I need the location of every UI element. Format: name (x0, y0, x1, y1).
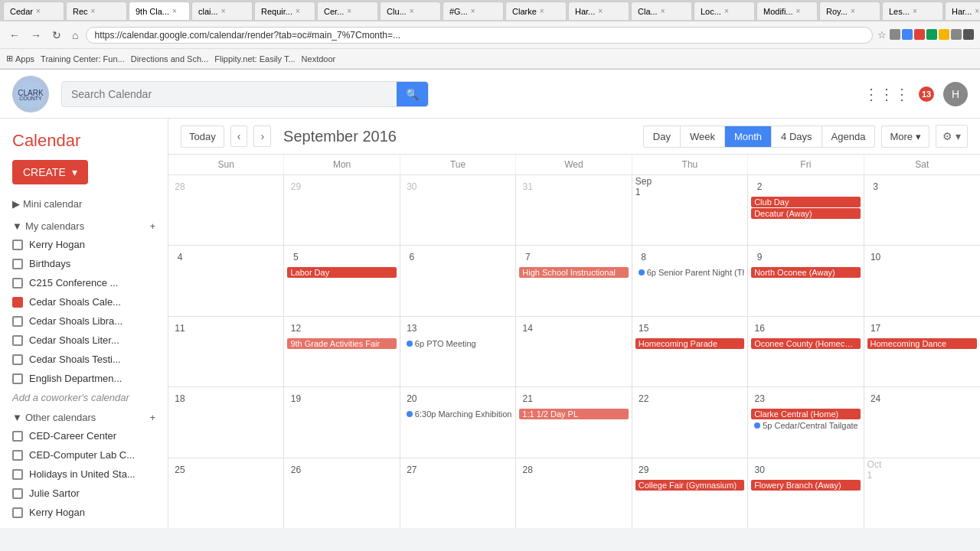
calendar-checkbox[interactable] (12, 488, 23, 499)
bookmark-apps[interactable]: ⊞ Apps (6, 54, 34, 64)
view-4days-button[interactable]: 4 Days (772, 126, 822, 147)
view-day-button[interactable]: Day (644, 126, 681, 147)
tab-rec[interactable]: Rec× (66, 2, 127, 20)
calendar-day-cell[interactable]: 15Homecoming Parade (632, 317, 748, 386)
calendar-day-cell[interactable]: 6 (400, 246, 516, 315)
tab-har2[interactable]: Har...× (945, 2, 980, 20)
calendar-day-cell[interactable]: 16Oconee County (Homecon... (748, 317, 864, 386)
calendar-checkbox[interactable] (12, 469, 23, 480)
calendar-checkbox[interactable] (12, 354, 23, 365)
calendar-event[interactable]: Homecoming Dance (867, 338, 977, 349)
view-month-button[interactable]: Month (725, 126, 772, 147)
calendar-day-cell[interactable]: 31 (516, 175, 632, 245)
calendar-event[interactable]: 9th Grade Activities Fair (287, 338, 396, 349)
bookmark-flippity[interactable]: Flippity.net: Easily T... (214, 54, 295, 64)
calendar-day-cell[interactable]: Sep 1 (632, 175, 748, 245)
calendar-event[interactable]: High School Instructional (519, 267, 628, 278)
mini-calendar-toggle[interactable]: ▶ Mini calendar (0, 197, 168, 216)
calendar-checkbox[interactable] (12, 507, 23, 518)
tab-cla-active[interactable]: 9th Cla...× (129, 2, 190, 20)
my-calendars-header[interactable]: ▼ My calendars + (0, 216, 168, 235)
view-week-button[interactable]: Week (681, 126, 725, 147)
calendar-event[interactable]: College Fair (Gymnasium) (635, 480, 744, 491)
more-button[interactable]: More ▾ (881, 126, 929, 148)
calendar-event[interactable]: Oconee County (Homecon... (751, 338, 860, 349)
calendar-day-cell[interactable]: 23Clarke Central (Home)5p Cedar/Central … (748, 387, 864, 457)
calendar-event[interactable]: 6:30p Marching Exhibition (403, 409, 512, 419)
calendar-day-cell[interactable]: 86p Senior Parent Night (The... (632, 246, 748, 315)
tab-clu[interactable]: Clu...× (380, 2, 441, 20)
next-button[interactable]: › (253, 126, 271, 147)
calendar-day-cell[interactable]: 211:1 1/2 Day PL (516, 387, 632, 457)
calendar-event[interactable]: Decatur (Away) (751, 208, 860, 219)
grid-icon[interactable]: ⋮⋮⋮ (864, 85, 910, 103)
sidebar-item-my-cal[interactable]: Cedar Shoals Testi... (0, 350, 168, 369)
calendar-event[interactable]: Flowery Branch (Away) (751, 480, 860, 491)
calendar-day-cell[interactable]: 11 (168, 317, 284, 386)
tab-cer[interactable]: Cer...× (317, 2, 378, 20)
calendar-day-cell[interactable]: 3 (864, 175, 980, 245)
sidebar-item-my-cal[interactable]: C215 Conference ... (0, 273, 168, 292)
star-icon[interactable]: ☆ (877, 29, 887, 41)
calendar-day-cell[interactable]: 2Club DayDecatur (Away) (748, 175, 864, 245)
back-button[interactable]: ← (6, 28, 23, 43)
tab-requir[interactable]: Requir...× (254, 2, 315, 20)
calendar-checkbox[interactable] (12, 450, 23, 461)
tab-har[interactable]: Har...× (568, 2, 629, 20)
tab-cedar[interactable]: Cedar× (3, 2, 64, 20)
calendar-checkbox[interactable] (12, 373, 23, 384)
add-my-calendar-icon[interactable]: + (149, 220, 155, 232)
calendar-day-cell[interactable]: Oct 1 (864, 458, 980, 528)
calendar-day-cell[interactable]: 18 (168, 387, 284, 457)
calendar-day-cell[interactable]: 29 (284, 175, 400, 245)
today-button[interactable]: Today (181, 126, 224, 148)
tab-g[interactable]: #G...× (443, 2, 504, 20)
calendar-checkbox[interactable] (12, 316, 23, 327)
calendar-checkbox[interactable] (12, 259, 23, 269)
calendar-day-cell[interactable]: 10 (864, 246, 980, 315)
calendar-day-cell[interactable]: 27 (400, 458, 516, 528)
calendar-day-cell[interactable]: 25 (168, 458, 284, 528)
calendar-event[interactable]: Clarke Central (Home) (751, 409, 860, 419)
sidebar-item-other-cal[interactable]: CED-Computer Lab C... (0, 445, 168, 465)
prev-button[interactable]: ‹ (230, 126, 248, 147)
address-bar[interactable] (86, 27, 873, 44)
sidebar-item-my-cal[interactable]: Cedar Shoals Libra... (0, 311, 168, 331)
view-agenda-button[interactable]: Agenda (822, 126, 875, 147)
other-calendars-header[interactable]: ▼ Other calendars + (0, 407, 168, 426)
bookmark-nextdoor[interactable]: Nextdoor (302, 54, 336, 64)
bookmark-directions[interactable]: Directions and Sch... (131, 54, 209, 64)
sidebar-item-other-cal[interactable]: Julie Sartor (0, 484, 168, 503)
calendar-checkbox[interactable] (12, 431, 23, 442)
bookmark-training[interactable]: Training Center: Fun... (41, 54, 125, 64)
create-button[interactable]: CREATE ▾ (12, 160, 88, 184)
sidebar-item-other-cal[interactable]: CED-Career Center (0, 426, 168, 445)
calendar-day-cell[interactable]: 14 (516, 317, 632, 386)
calendar-day-cell[interactable]: 19 (284, 387, 400, 457)
calendar-day-cell[interactable]: 28 (168, 175, 284, 245)
tab-les[interactable]: Les...× (882, 2, 943, 20)
calendar-checkbox[interactable] (12, 297, 23, 308)
sidebar-item-my-cal[interactable]: Cedar Shoals Cale... (0, 292, 168, 311)
calendar-day-cell[interactable]: 129th Grade Activities Fair (284, 317, 400, 386)
home-button[interactable]: ⌂ (69, 28, 81, 43)
add-other-calendar-icon[interactable]: + (149, 412, 155, 423)
calendar-event[interactable]: 1:1 1/2 Day PL (519, 409, 628, 419)
calendar-day-cell[interactable]: 30 (400, 175, 516, 245)
calendar-day-cell[interactable]: 7High School Instructional (516, 246, 632, 315)
avatar[interactable]: H (943, 82, 968, 106)
notification-badge[interactable]: 13 (919, 86, 934, 102)
calendar-event[interactable]: Homecoming Parade (635, 338, 744, 349)
sidebar-item-other-cal[interactable]: Holidays in United Sta... (0, 465, 168, 484)
calendar-checkbox[interactable] (12, 278, 23, 289)
calendar-day-cell[interactable]: 136p PTO Meeting (400, 317, 516, 386)
sidebar-item-my-cal[interactable]: Cedar Shoals Liter... (0, 331, 168, 350)
tab-modifi[interactable]: Modifi...× (756, 2, 818, 20)
calendar-event[interactable]: 6p PTO Meeting (403, 338, 512, 349)
calendar-day-cell[interactable]: 4 (168, 246, 284, 315)
calendar-day-cell[interactable]: 30Flowery Branch (Away) (748, 458, 864, 528)
calendar-day-cell[interactable]: 5Labor Day (284, 246, 400, 315)
calendar-day-cell[interactable]: 9North Oconee (Away) (748, 246, 864, 315)
calendar-checkbox[interactable] (12, 240, 23, 250)
tab-clarke[interactable]: Clarke× (505, 2, 567, 20)
